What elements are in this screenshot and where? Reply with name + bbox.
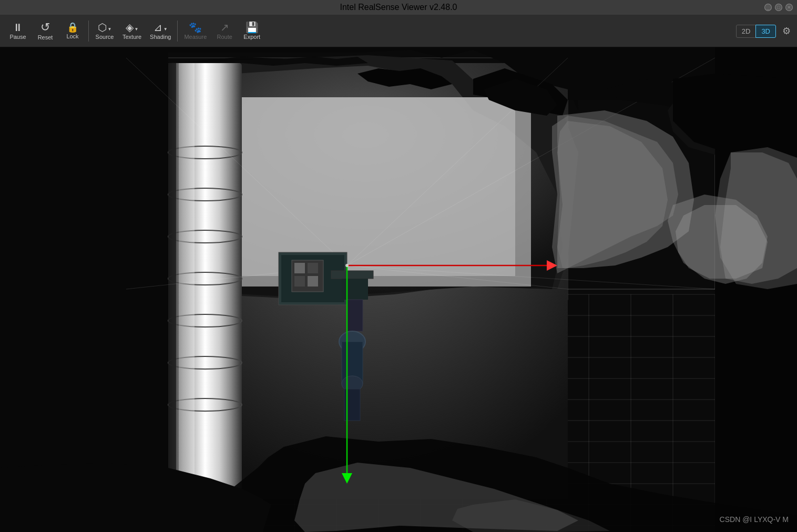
- source-icon: ⬡: [98, 22, 107, 33]
- texture-button[interactable]: ◈ ▼ Texture: [118, 17, 146, 45]
- view-controls: 2D 3D ⚙: [736, 15, 793, 47]
- route-icon: ↗: [220, 22, 229, 33]
- view-2d-button[interactable]: 2D: [736, 25, 757, 38]
- reset-label: Reset: [38, 34, 53, 40]
- pause-icon: ⏸: [13, 22, 23, 33]
- source-icon-group: ⬡ ▼: [98, 22, 112, 33]
- svg-rect-73: [342, 279, 368, 300]
- settings-button[interactable]: ⚙: [780, 23, 793, 39]
- shading-icon-group: ⊿ ▼: [154, 22, 168, 33]
- separator-2: [177, 21, 178, 42]
- texture-icon-group: ◈ ▼: [126, 22, 139, 33]
- pause-button[interactable]: ⏸ Pause: [4, 17, 32, 45]
- shading-label: Shading: [150, 34, 171, 40]
- texture-label: Texture: [122, 34, 141, 40]
- close-button[interactable]: ✕: [785, 4, 793, 11]
- measure-label: Measure: [184, 34, 207, 40]
- reset-button[interactable]: ↺ Reset: [32, 17, 59, 45]
- shading-arrow: ▼: [164, 27, 168, 32]
- texture-arrow: ▼: [135, 27, 139, 32]
- export-button[interactable]: 💾 Export: [238, 17, 265, 45]
- source-button[interactable]: ⬡ ▼ Source: [91, 17, 118, 45]
- shading-icon: ⊿: [154, 22, 162, 33]
- export-icon: 💾: [246, 22, 259, 33]
- title-bar: Intel RealSense Viewer v2.48.0 _ □ ✕: [0, 0, 797, 15]
- svg-rect-58: [168, 63, 176, 515]
- svg-rect-74: [347, 300, 363, 331]
- pause-label: Pause: [9, 34, 26, 40]
- svg-rect-71: [308, 276, 318, 287]
- lock-button[interactable]: 🔒 Lock: [59, 17, 86, 45]
- reset-icon: ↺: [40, 22, 50, 33]
- separator-1: [88, 21, 89, 42]
- watermark: CSDN @I LYXQ-V M: [720, 515, 789, 524]
- svg-rect-68: [294, 263, 305, 273]
- measure-icon: 🐾: [189, 22, 202, 33]
- source-arrow: ▼: [108, 27, 112, 32]
- shading-button[interactable]: ⊿ ▼ Shading: [146, 17, 175, 45]
- lock-icon: 🔒: [67, 23, 78, 32]
- toolbar: ⏸ Pause ↺ Reset 🔒 Lock ⬡ ▼ Source ◈ ▼ Te…: [0, 15, 797, 47]
- svg-rect-72: [331, 271, 373, 279]
- svg-rect-57: [179, 63, 195, 515]
- export-label: Export: [243, 34, 260, 40]
- maximize-button[interactable]: □: [775, 4, 782, 11]
- texture-icon: ◈: [126, 22, 134, 33]
- route-button[interactable]: ↗ Route: [211, 17, 238, 45]
- svg-rect-69: [308, 263, 318, 273]
- svg-point-100: [345, 264, 349, 267]
- svg-rect-43: [210, 97, 515, 276]
- svg-rect-37: [0, 47, 168, 532]
- route-label: Route: [217, 34, 232, 40]
- measure-button[interactable]: 🐾 Measure: [180, 17, 211, 45]
- window-title: Intel RealSense Viewer v2.48.0: [340, 3, 457, 12]
- viewport[interactable]: CSDN @I LYXQ-V M: [0, 47, 797, 532]
- pointcloud-scene: [0, 47, 797, 532]
- svg-rect-70: [294, 276, 305, 287]
- window-controls[interactable]: _ □ ✕: [764, 4, 793, 11]
- lock-label: Lock: [66, 33, 78, 39]
- minimize-button[interactable]: _: [764, 4, 772, 11]
- view-3d-button[interactable]: 3D: [755, 25, 776, 38]
- source-label: Source: [96, 34, 114, 40]
